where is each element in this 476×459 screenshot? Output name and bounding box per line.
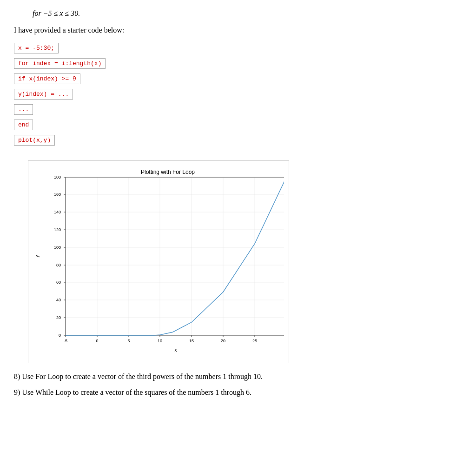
x-tick-20: 20: [221, 339, 225, 343]
question-9: 9) Use While Loop to create a vector of …: [14, 388, 462, 397]
chart-container: Plotting with For Loop: [28, 160, 289, 363]
y-tick-40: 40: [56, 298, 61, 302]
code-line-1: x = -5:30;: [14, 43, 59, 53]
code-line-5: ...: [14, 104, 33, 115]
code-line-6: end: [14, 120, 33, 130]
y-tick-120: 120: [54, 227, 61, 232]
code-line-7: plot(x,y): [14, 135, 55, 146]
code-line-2: for index = i:length(x): [14, 58, 106, 69]
y-tick-160: 160: [54, 192, 61, 197]
y-axis-label: y: [34, 255, 40, 258]
y-tick-80: 80: [56, 263, 61, 267]
question-8: 8) Use For Loop to create a vector of th…: [14, 373, 462, 381]
x-tick-15: 15: [189, 339, 194, 343]
plot-area: [66, 177, 284, 335]
y-tick-180: 180: [54, 175, 61, 180]
math-formula: for −5 ≤ x ≤ 30.: [33, 9, 462, 18]
y-tick-20: 20: [56, 315, 61, 320]
y-tick-60: 60: [56, 280, 61, 285]
y-tick-0: 0: [59, 333, 61, 338]
chart-title: Plotting with For Loop: [141, 169, 195, 175]
plot-chart: Plotting with For Loop: [33, 166, 284, 356]
x-tick-5: 5: [127, 339, 130, 343]
x-tick-10: 10: [158, 339, 162, 343]
code-line-3: if x(index) >= 9: [14, 73, 80, 84]
code-section: x = -5:30; for index = i:length(x) if x(…: [14, 43, 462, 150]
x-tick-n5: -5: [64, 339, 67, 343]
intro-paragraph: I have provided a starter code below:: [14, 26, 462, 34]
x-axis-label: x: [175, 347, 177, 353]
x-tick-0: 0: [96, 339, 98, 343]
code-line-4: y(index) = ...: [14, 89, 73, 100]
x-tick-25: 25: [252, 339, 257, 343]
y-tick-140: 140: [54, 210, 61, 214]
y-tick-100: 100: [54, 245, 61, 250]
